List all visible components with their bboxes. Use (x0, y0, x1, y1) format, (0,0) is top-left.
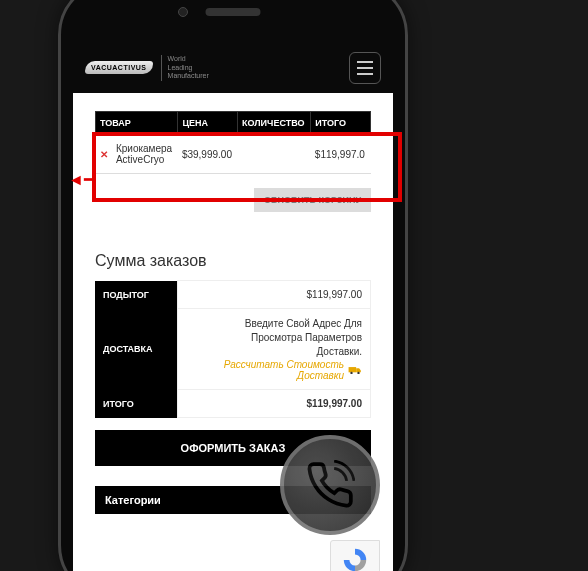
col-price: ЦЕНА (178, 112, 238, 135)
product-total: $119,997.0 (311, 135, 371, 174)
shipping-label: ДОСТАВКА (95, 309, 178, 390)
grand-total-value: $119,997.00 (178, 390, 371, 418)
col-product: ТОВАР (96, 112, 178, 135)
brand-tagline: World Leading Manufacturer (161, 55, 209, 80)
calculate-shipping-link[interactable]: Рассчитать Стоимость Доставки (224, 359, 362, 381)
order-summary-title: Сумма заказов (95, 212, 371, 270)
product-price: $39,999.00 (178, 135, 238, 174)
product-name[interactable]: Криокамера ActiveCryo (112, 135, 178, 174)
truck-icon (348, 365, 362, 375)
call-button[interactable] (280, 435, 380, 535)
shipping-text: Введите Свой Адрес Для Просмотра Парамет… (186, 317, 362, 359)
recaptcha-badge[interactable] (330, 540, 380, 571)
brand-logo[interactable]: VACUACTIVUS World Leading Manufacturer (85, 55, 209, 80)
phone-icon (305, 460, 355, 510)
phone-speaker (206, 8, 261, 16)
grand-total-label: ИТОГО (95, 390, 178, 418)
cart-table: ТОВАР ЦЕНА КОЛИЧЕСТВО ИТОГО ✕ Криокамера… (95, 111, 371, 174)
phone-camera (178, 7, 188, 17)
app-header: VACUACTIVUS World Leading Manufacturer (73, 43, 393, 93)
product-qty (238, 135, 311, 174)
svg-point-1 (350, 372, 352, 374)
brand-name: VACUACTIVUS (85, 61, 153, 74)
col-qty: КОЛИЧЕСТВО (238, 112, 311, 135)
recaptcha-icon (341, 546, 369, 571)
svg-rect-0 (349, 367, 357, 372)
update-cart-button[interactable]: ОБНОВИТЬ КОРЗИНУ (254, 188, 371, 212)
cart-row: ✕ Криокамера ActiveCryo $39,999.00 $119,… (96, 135, 371, 174)
hamburger-icon (357, 61, 373, 63)
col-total: ИТОГО (311, 112, 371, 135)
subtotal-label: ПОДЫТОГ (95, 281, 178, 309)
remove-item-button[interactable]: ✕ (100, 149, 108, 160)
svg-point-2 (357, 372, 359, 374)
annotation-arrow-icon: ◄━ (68, 170, 94, 189)
totals-table: ПОДЫТОГ $119,997.00 ДОСТАВКА Введите Сво… (95, 280, 371, 418)
menu-button[interactable] (349, 52, 381, 84)
subtotal-value: $119,997.00 (178, 281, 371, 309)
